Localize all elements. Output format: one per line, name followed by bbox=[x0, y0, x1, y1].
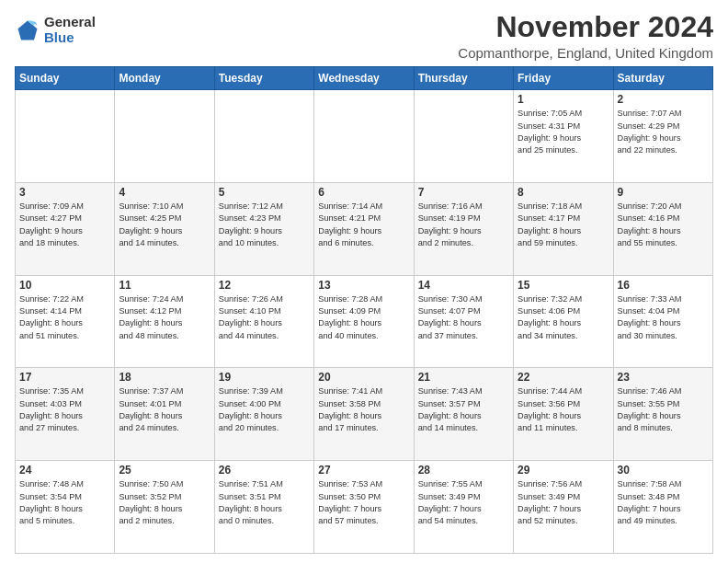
day-number: 4 bbox=[119, 186, 210, 199]
calendar-cell bbox=[214, 90, 313, 183]
day-info: Sunrise: 7:09 AMSunset: 4:27 PMDaylight:… bbox=[19, 201, 110, 249]
day-number: 23 bbox=[618, 371, 709, 384]
day-number: 3 bbox=[19, 186, 110, 199]
day-info: Sunrise: 7:41 AMSunset: 3:58 PMDaylight:… bbox=[318, 385, 409, 434]
day-info: Sunrise: 7:58 AMSunset: 3:48 PMDaylight:… bbox=[618, 478, 709, 527]
calendar-cell: 11Sunrise: 7:24 AMSunset: 4:12 PMDayligh… bbox=[115, 275, 214, 368]
day-info: Sunrise: 7:20 AMSunset: 4:16 PMDaylight:… bbox=[618, 201, 709, 249]
weekday-header-sunday: Sunday bbox=[16, 67, 115, 90]
location-subtitle: Copmanthorpe, England, United Kingdom bbox=[458, 45, 713, 61]
day-number: 30 bbox=[618, 464, 709, 477]
calendar-cell: 30Sunrise: 7:58 AMSunset: 3:48 PMDayligh… bbox=[613, 461, 712, 554]
weekday-header-monday: Monday bbox=[115, 67, 214, 90]
calendar-cell: 19Sunrise: 7:39 AMSunset: 4:00 PMDayligh… bbox=[214, 368, 313, 461]
calendar-cell: 16Sunrise: 7:33 AMSunset: 4:04 PMDayligh… bbox=[613, 275, 712, 368]
weekday-header-wednesday: Wednesday bbox=[314, 67, 414, 90]
day-number: 12 bbox=[219, 279, 310, 292]
logo-icon bbox=[15, 17, 40, 43]
day-number: 9 bbox=[618, 186, 709, 199]
day-number: 20 bbox=[318, 371, 409, 384]
day-info: Sunrise: 7:56 AMSunset: 3:49 PMDaylight:… bbox=[518, 478, 609, 527]
weekday-header-friday: Friday bbox=[514, 67, 613, 90]
calendar-cell: 13Sunrise: 7:28 AMSunset: 4:09 PMDayligh… bbox=[314, 275, 414, 368]
day-info: Sunrise: 7:44 AMSunset: 3:56 PMDaylight:… bbox=[518, 385, 609, 434]
week-row-4: 17Sunrise: 7:35 AMSunset: 4:03 PMDayligh… bbox=[16, 368, 713, 461]
calendar-cell: 17Sunrise: 7:35 AMSunset: 4:03 PMDayligh… bbox=[16, 368, 115, 461]
day-info: Sunrise: 7:30 AMSunset: 4:07 PMDaylight:… bbox=[418, 293, 509, 342]
day-number: 11 bbox=[119, 279, 210, 292]
calendar-cell: 3Sunrise: 7:09 AMSunset: 4:27 PMDaylight… bbox=[16, 182, 115, 275]
calendar-cell: 6Sunrise: 7:14 AMSunset: 4:21 PMDaylight… bbox=[314, 182, 414, 275]
calendar-cell: 14Sunrise: 7:30 AMSunset: 4:07 PMDayligh… bbox=[414, 275, 513, 368]
day-number: 18 bbox=[119, 371, 210, 384]
week-row-3: 10Sunrise: 7:22 AMSunset: 4:14 PMDayligh… bbox=[16, 275, 713, 368]
calendar-cell: 10Sunrise: 7:22 AMSunset: 4:14 PMDayligh… bbox=[16, 275, 115, 368]
calendar-cell: 28Sunrise: 7:55 AMSunset: 3:49 PMDayligh… bbox=[414, 461, 513, 554]
calendar-cell: 1Sunrise: 7:05 AMSunset: 4:31 PMDaylight… bbox=[514, 90, 613, 183]
page: General Blue November 2024 Copmanthorpe,… bbox=[0, 0, 728, 563]
day-info: Sunrise: 7:55 AMSunset: 3:49 PMDaylight:… bbox=[418, 478, 509, 527]
calendar-cell bbox=[115, 90, 214, 183]
calendar-cell: 26Sunrise: 7:51 AMSunset: 3:51 PMDayligh… bbox=[214, 461, 313, 554]
day-info: Sunrise: 7:48 AMSunset: 3:54 PMDaylight:… bbox=[19, 478, 110, 527]
day-number: 5 bbox=[219, 186, 310, 199]
logo-general-text: General bbox=[44, 15, 96, 30]
day-info: Sunrise: 7:12 AMSunset: 4:23 PMDaylight:… bbox=[219, 201, 310, 249]
calendar-cell: 25Sunrise: 7:50 AMSunset: 3:52 PMDayligh… bbox=[115, 461, 214, 554]
weekday-header-saturday: Saturday bbox=[613, 67, 712, 90]
day-info: Sunrise: 7:46 AMSunset: 3:55 PMDaylight:… bbox=[618, 385, 709, 434]
calendar-cell: 20Sunrise: 7:41 AMSunset: 3:58 PMDayligh… bbox=[314, 368, 414, 461]
day-info: Sunrise: 7:18 AMSunset: 4:17 PMDaylight:… bbox=[518, 201, 609, 249]
title-block: November 2024 Copmanthorpe, England, Uni… bbox=[458, 11, 713, 61]
day-number: 15 bbox=[518, 279, 609, 292]
day-number: 24 bbox=[19, 464, 110, 477]
calendar-cell: 27Sunrise: 7:53 AMSunset: 3:50 PMDayligh… bbox=[314, 461, 414, 554]
day-info: Sunrise: 7:32 AMSunset: 4:06 PMDaylight:… bbox=[518, 293, 609, 342]
calendar-cell: 2Sunrise: 7:07 AMSunset: 4:29 PMDaylight… bbox=[613, 90, 712, 183]
calendar-cell: 29Sunrise: 7:56 AMSunset: 3:49 PMDayligh… bbox=[514, 461, 613, 554]
day-number: 17 bbox=[19, 371, 110, 384]
weekday-header-tuesday: Tuesday bbox=[214, 67, 313, 90]
day-info: Sunrise: 7:39 AMSunset: 4:00 PMDaylight:… bbox=[219, 385, 310, 434]
day-number: 25 bbox=[119, 464, 210, 477]
day-number: 2 bbox=[618, 93, 709, 106]
calendar-cell: 8Sunrise: 7:18 AMSunset: 4:17 PMDaylight… bbox=[514, 182, 613, 275]
calendar-cell bbox=[16, 90, 115, 183]
calendar-cell: 22Sunrise: 7:44 AMSunset: 3:56 PMDayligh… bbox=[514, 368, 613, 461]
day-number: 14 bbox=[418, 279, 509, 292]
day-info: Sunrise: 7:35 AMSunset: 4:03 PMDaylight:… bbox=[19, 385, 110, 434]
day-info: Sunrise: 7:26 AMSunset: 4:10 PMDaylight:… bbox=[219, 293, 310, 342]
logo: General Blue bbox=[15, 15, 96, 45]
week-row-2: 3Sunrise: 7:09 AMSunset: 4:27 PMDaylight… bbox=[16, 182, 713, 275]
day-info: Sunrise: 7:28 AMSunset: 4:09 PMDaylight:… bbox=[318, 293, 409, 342]
calendar-cell: 5Sunrise: 7:12 AMSunset: 4:23 PMDaylight… bbox=[214, 182, 313, 275]
day-number: 7 bbox=[418, 186, 509, 199]
weekday-header-row: SundayMondayTuesdayWednesdayThursdayFrid… bbox=[16, 67, 713, 90]
day-number: 19 bbox=[219, 371, 310, 384]
calendar-cell: 18Sunrise: 7:37 AMSunset: 4:01 PMDayligh… bbox=[115, 368, 214, 461]
day-number: 21 bbox=[418, 371, 509, 384]
calendar-cell bbox=[314, 90, 414, 183]
day-info: Sunrise: 7:43 AMSunset: 3:57 PMDaylight:… bbox=[418, 385, 509, 434]
calendar-cell: 15Sunrise: 7:32 AMSunset: 4:06 PMDayligh… bbox=[514, 275, 613, 368]
logo-text: General Blue bbox=[44, 15, 96, 45]
calendar-cell: 24Sunrise: 7:48 AMSunset: 3:54 PMDayligh… bbox=[16, 461, 115, 554]
week-row-1: 1Sunrise: 7:05 AMSunset: 4:31 PMDaylight… bbox=[16, 90, 713, 183]
day-info: Sunrise: 7:37 AMSunset: 4:01 PMDaylight:… bbox=[119, 385, 210, 434]
day-info: Sunrise: 7:51 AMSunset: 3:51 PMDaylight:… bbox=[219, 478, 310, 527]
day-number: 10 bbox=[19, 279, 110, 292]
day-number: 22 bbox=[518, 371, 609, 384]
calendar-cell: 4Sunrise: 7:10 AMSunset: 4:25 PMDaylight… bbox=[115, 182, 214, 275]
day-info: Sunrise: 7:53 AMSunset: 3:50 PMDaylight:… bbox=[318, 478, 409, 527]
day-info: Sunrise: 7:14 AMSunset: 4:21 PMDaylight:… bbox=[318, 201, 409, 249]
day-info: Sunrise: 7:07 AMSunset: 4:29 PMDaylight:… bbox=[618, 108, 709, 156]
week-row-5: 24Sunrise: 7:48 AMSunset: 3:54 PMDayligh… bbox=[16, 461, 713, 554]
day-number: 28 bbox=[418, 464, 509, 477]
calendar-cell: 21Sunrise: 7:43 AMSunset: 3:57 PMDayligh… bbox=[414, 368, 513, 461]
logo-blue-text: Blue bbox=[44, 30, 96, 46]
day-number: 6 bbox=[318, 186, 409, 199]
day-info: Sunrise: 7:05 AMSunset: 4:31 PMDaylight:… bbox=[518, 108, 609, 156]
day-info: Sunrise: 7:50 AMSunset: 3:52 PMDaylight:… bbox=[119, 478, 210, 527]
day-number: 8 bbox=[518, 186, 609, 199]
calendar-cell: 12Sunrise: 7:26 AMSunset: 4:10 PMDayligh… bbox=[214, 275, 313, 368]
